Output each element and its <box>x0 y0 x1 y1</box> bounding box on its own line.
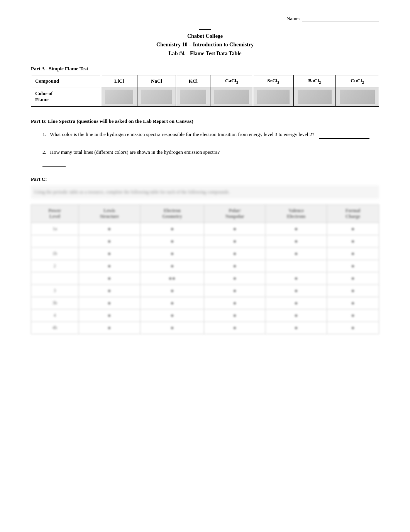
table-row: 1a <box>31 223 379 235</box>
table-cell <box>327 297 379 309</box>
table-cell <box>266 297 327 309</box>
table-cell <box>140 285 204 297</box>
col-valence: ValenceElectrons <box>266 205 327 223</box>
name-underline <box>302 15 379 22</box>
table-cell: 1a <box>31 223 79 235</box>
col-electron: ElectronGeometry <box>140 205 204 223</box>
table-row <box>31 235 379 248</box>
name-line: Name: <box>31 15 379 22</box>
table-cell: 4 <box>31 309 79 322</box>
part-a-title: Part A - Simple Flame Test <box>31 66 379 72</box>
table-cell <box>204 223 266 235</box>
table-cell <box>31 235 79 248</box>
part-b-section: Part B: Line Spectra (questions will be … <box>31 118 379 167</box>
table-row: 4b <box>31 322 379 334</box>
header-overline <box>199 29 211 30</box>
cucl2-header: CuCl2 <box>335 75 379 87</box>
table-cell <box>204 248 266 260</box>
question-1: 1. What color is the line in the hydroge… <box>42 130 379 139</box>
table-cell <box>140 322 204 334</box>
table-cell <box>327 309 379 322</box>
cacl2-header: CaCl2 <box>210 75 253 87</box>
part-c-intro: Using the periodic table as a resource, … <box>31 185 379 199</box>
table-cell: 2 <box>31 260 79 272</box>
table-cell <box>266 260 327 272</box>
table-cell: 4b <box>31 322 79 334</box>
part-b-title: Part B: Line Spectra (questions will be … <box>31 118 379 124</box>
part-c-table: PowerLevel LewisStructure ElectronGeomet… <box>31 204 379 334</box>
table-cell <box>78 297 140 309</box>
part-a-section: Part A - Simple Flame Test Compound LiCl… <box>31 66 379 107</box>
table-cell <box>204 235 266 248</box>
table-cell <box>140 297 204 309</box>
header-line1: Chabot College <box>31 32 379 41</box>
table-cell <box>266 223 327 235</box>
table-row: 1b <box>31 248 379 260</box>
kcl-header: KCl <box>176 75 210 87</box>
bacl2-header: BaCl2 <box>293 75 335 87</box>
table-cell <box>78 309 140 322</box>
col-formal: FormalCharge <box>327 205 379 223</box>
table-cell <box>204 322 266 334</box>
color-of-flame-label: Color of Flame <box>31 87 101 106</box>
table-cell <box>78 248 140 260</box>
q1-number: 1. <box>42 131 46 137</box>
header-line2: Chemistry 10 – Introduction to Chemistry <box>31 41 379 49</box>
q2-number: 2. <box>42 149 46 155</box>
table-cell <box>266 235 327 248</box>
table-cell <box>327 285 379 297</box>
table-cell <box>266 272 327 285</box>
table-cell <box>140 223 204 235</box>
document-header: Chabot College Chemistry 10 – Introducti… <box>31 26 379 58</box>
table-cell <box>204 285 266 297</box>
table-cell: 3b <box>31 297 79 309</box>
kcl-color-cell <box>176 87 210 106</box>
q1-answer-line <box>319 130 369 139</box>
table-cell <box>78 322 140 334</box>
licl-color-cell <box>101 87 137 106</box>
table-cell <box>266 285 327 297</box>
table-cell <box>266 309 327 322</box>
table-cell <box>140 248 204 260</box>
licl-header: LiCl <box>101 75 137 87</box>
part-c-title: Part C: <box>31 176 379 182</box>
table-cell: 3 <box>31 285 79 297</box>
table-cell <box>327 223 379 235</box>
table-row: 3b <box>31 297 379 309</box>
table-row <box>31 272 379 285</box>
table-cell <box>78 260 140 272</box>
table-cell <box>140 272 204 285</box>
table-cell <box>78 285 140 297</box>
nacl-header: NaCl <box>137 75 176 87</box>
flame-test-table: Compound LiCl NaCl KCl CaCl2 SrCl2 BaCl2… <box>31 75 379 107</box>
table-cell <box>327 248 379 260</box>
table-cell <box>140 309 204 322</box>
table-row: 4 <box>31 309 379 322</box>
table-cell <box>204 260 266 272</box>
name-label: Name: <box>286 15 300 21</box>
table-cell <box>327 272 379 285</box>
cacl2-color-cell <box>210 87 253 106</box>
table-cell <box>204 309 266 322</box>
q2-text: How many total lines (different colors) … <box>50 149 220 155</box>
table-cell <box>78 223 140 235</box>
nacl-color-cell <box>137 87 176 106</box>
table-cell <box>204 297 266 309</box>
table-cell <box>204 272 266 285</box>
q2-answer-line <box>42 158 66 167</box>
table-cell <box>78 235 140 248</box>
table-row: 3 <box>31 285 379 297</box>
question-2: 2. How many total lines (different color… <box>42 148 379 167</box>
cucl2-color-cell <box>335 87 379 106</box>
table-cell <box>140 235 204 248</box>
table-cell <box>266 322 327 334</box>
table-cell <box>266 248 327 260</box>
table-cell <box>327 322 379 334</box>
q1-text: What color is the line in the hydrogen e… <box>50 131 314 137</box>
table-cell: 1b <box>31 248 79 260</box>
table-cell <box>31 272 79 285</box>
table-cell <box>327 235 379 248</box>
compound-header: Compound <box>31 75 101 87</box>
col-power: PowerLevel <box>31 205 79 223</box>
table-row: 2 <box>31 260 379 272</box>
